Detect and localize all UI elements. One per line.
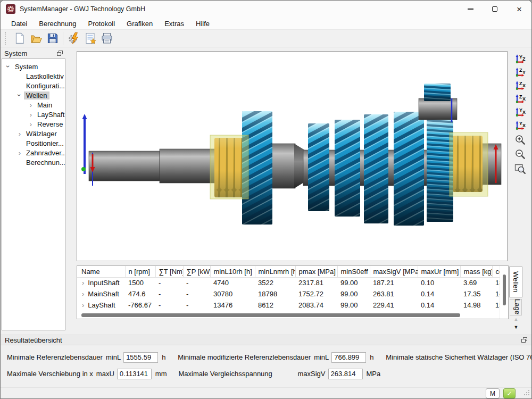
tree-item-wellen[interactable]: ›Wellen bbox=[2, 90, 65, 100]
table-row-inputshaft[interactable]: ›InputShaft1500--474035222317.8199.00187… bbox=[77, 277, 500, 288]
tab-scroll-up-button[interactable]: ▲ bbox=[511, 315, 521, 322]
view-yz-button[interactable]: YZ bbox=[512, 53, 528, 65]
view-yx-button[interactable]: YX bbox=[512, 106, 528, 119]
column-header-minlnmrh-h[interactable]: minLnmrh [h] bbox=[255, 266, 295, 277]
maximize-button[interactable] bbox=[483, 1, 507, 18]
tree-item-system[interactable]: ›System bbox=[2, 62, 65, 71]
horizontal-scrollbar[interactable] bbox=[81, 313, 496, 318]
tree-spacer bbox=[15, 158, 24, 167]
tree-item-positionier[interactable]: Positionier... bbox=[2, 138, 65, 148]
chevron-right-icon[interactable]: › bbox=[15, 148, 24, 157]
column-header-maxsigv-mpa[interactable]: maxSigV [MPa] bbox=[370, 266, 418, 277]
tree-item-label: Zahnradver... bbox=[24, 149, 65, 157]
column-header-t-nm[interactable]: ∑T [Nm] bbox=[155, 266, 183, 277]
result-field-3[interactable] bbox=[117, 369, 152, 379]
vertical-scrollbar-thumb[interactable] bbox=[503, 275, 506, 305]
cell-value: 99.00 bbox=[337, 288, 370, 300]
calculate-button[interactable] bbox=[65, 31, 82, 46]
toolbar bbox=[1, 29, 531, 47]
zoom-window-icon bbox=[514, 163, 526, 174]
tree-item-lastkollektiv[interactable]: Lastkollektiv bbox=[2, 71, 65, 81]
table-row-layshaft[interactable]: ›LayShaft-766.67--1347686122083.7499.002… bbox=[77, 300, 500, 311]
view-xz-button[interactable]: ZX bbox=[512, 93, 528, 105]
side-tab-wellen-active[interactable]: Wellen bbox=[509, 267, 522, 297]
view-zx-icon: ZX bbox=[514, 80, 526, 92]
table-row-mainshaft[interactable]: ›MainShaft474.6--30780187981752.7299.002… bbox=[77, 288, 500, 300]
chevron-down-icon[interactable]: › bbox=[4, 62, 13, 71]
view-zy-button[interactable]: ZY bbox=[512, 66, 528, 79]
report-button[interactable] bbox=[82, 31, 98, 46]
view-zx-button[interactable]: ZX bbox=[512, 79, 528, 92]
messages-button[interactable]: M bbox=[486, 388, 500, 398]
minimize-icon bbox=[468, 9, 473, 9]
column-header-n-rpm[interactable]: n [rpm] bbox=[125, 266, 155, 277]
tree-item-layshaft[interactable]: ›LayShaft bbox=[2, 110, 65, 119]
save-button[interactable] bbox=[44, 31, 61, 46]
menu-item-berechnung[interactable]: Berechnung bbox=[33, 19, 82, 29]
cell-value: 4740 bbox=[210, 277, 255, 288]
toolbar-grip[interactable] bbox=[5, 32, 7, 45]
result-field-0[interactable] bbox=[123, 352, 158, 363]
resize-grip[interactable] bbox=[523, 389, 530, 398]
float-results-button[interactable] bbox=[521, 337, 527, 343]
svg-text:X: X bbox=[522, 83, 526, 88]
column-header-mins0eff[interactable]: minS0eff bbox=[337, 266, 370, 277]
chevron-right-icon[interactable]: › bbox=[27, 101, 35, 109]
result-field-4[interactable] bbox=[328, 369, 363, 379]
side-tab-lager[interactable]: Lager bbox=[510, 299, 522, 315]
maximize-icon bbox=[492, 6, 497, 12]
result-label: Maximale Vergleichsspannung bbox=[178, 370, 294, 378]
minimize-button[interactable] bbox=[458, 1, 483, 18]
tree-item-wälzlager[interactable]: ›Wälzlager bbox=[2, 129, 65, 138]
shaft-table-scroll: Namen [rpm]∑T [Nm]∑P [kW]minL10rh [h]min… bbox=[77, 266, 500, 319]
3d-viewport[interactable] bbox=[77, 51, 508, 261]
zoom-in-button[interactable] bbox=[512, 134, 528, 146]
tree-item-zahnradver[interactable]: ›Zahnradver... bbox=[2, 148, 65, 157]
new-file-button[interactable] bbox=[11, 31, 28, 46]
column-header-p-kw[interactable]: ∑P [kW] bbox=[183, 266, 210, 277]
cell-value: 229.41 bbox=[370, 300, 418, 311]
tree-item-konfigurati[interactable]: Konfigurati... bbox=[2, 81, 65, 90]
menu-item-grafiken[interactable]: Grafiken bbox=[121, 19, 159, 29]
status-ok-button[interactable]: ✓ bbox=[503, 388, 516, 398]
tree-item-label: Konfigurati... bbox=[24, 82, 65, 90]
svg-text:Z: Z bbox=[522, 56, 526, 62]
chevron-right-icon[interactable]: › bbox=[82, 290, 84, 298]
chevron-right-icon[interactable]: › bbox=[27, 110, 35, 119]
float-panel-button[interactable] bbox=[57, 51, 63, 56]
tree-item-reverse[interactable]: ›Reverse bbox=[2, 119, 65, 129]
result-unit: h bbox=[370, 353, 374, 361]
column-header-pmax-mpa[interactable]: pmax [MPa] bbox=[295, 266, 337, 277]
chevron-right-icon[interactable]: › bbox=[15, 129, 24, 138]
print-button[interactable] bbox=[98, 31, 115, 46]
menu-item-datei[interactable]: Datei bbox=[5, 19, 33, 29]
column-header-mass-kg[interactable]: mass [kg] bbox=[460, 266, 492, 277]
shaft-table-panel: Namen [rpm]∑T [Nm]∑P [kW]minL10rh [h]min… bbox=[77, 265, 509, 319]
chevron-down-icon[interactable]: › bbox=[15, 91, 24, 99]
menu-item-hilfe[interactable]: Hilfe bbox=[190, 19, 215, 29]
column-header-ce[interactable]: ce bbox=[492, 266, 500, 277]
close-button[interactable]: × bbox=[507, 1, 531, 18]
cell-value: 3.69 bbox=[460, 277, 492, 288]
menu-item-extras[interactable]: Extras bbox=[159, 19, 190, 29]
horizontal-scrollbar-thumb[interactable] bbox=[81, 313, 460, 317]
menu-item-protokoll[interactable]: Protokoll bbox=[82, 19, 121, 29]
chevron-right-icon[interactable]: › bbox=[82, 279, 84, 287]
tree-item-main[interactable]: ›Main bbox=[2, 100, 65, 110]
open-button[interactable] bbox=[28, 31, 44, 46]
zoom-window-button[interactable] bbox=[512, 162, 528, 175]
vertical-scrollbar[interactable] bbox=[500, 266, 508, 319]
chevron-right-icon[interactable]: › bbox=[82, 301, 84, 309]
tree-item-berechnun[interactable]: Berechnun... bbox=[2, 157, 65, 167]
result-unit: MPa bbox=[367, 370, 381, 378]
zoom-out-button[interactable] bbox=[512, 148, 528, 161]
cell-value: - bbox=[155, 288, 183, 300]
column-header-minl10rh-h[interactable]: minL10rh [h] bbox=[210, 266, 255, 277]
column-header-name[interactable]: Name bbox=[77, 266, 125, 277]
chevron-right-icon[interactable]: › bbox=[27, 120, 35, 128]
cell-value: 0.10 bbox=[418, 277, 460, 288]
column-header-maxur-mm[interactable]: maxUr [mm] bbox=[418, 266, 460, 277]
view-xy-button[interactable]: YX bbox=[512, 119, 528, 132]
result-field-1[interactable] bbox=[331, 352, 366, 363]
tab-scroll-down-button[interactable]: ▼ bbox=[511, 323, 521, 330]
